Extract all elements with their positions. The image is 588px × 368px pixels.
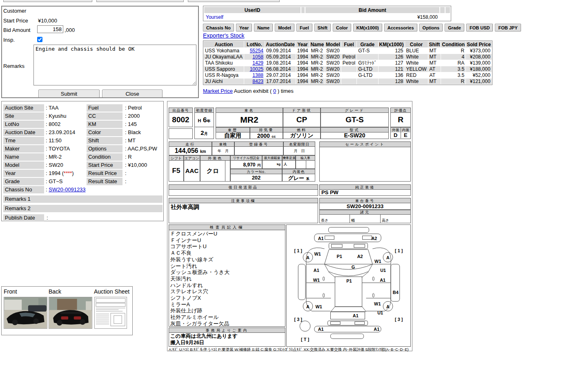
inspector-note: ステレオレス穴 [170,288,229,295]
sheet-door-value: CP [283,113,320,126]
history-col-header: Grade [357,41,378,47]
sheet-office-box: 事務局よりご案内 この車両は北九州にあります搬入日9月26日 [169,328,285,347]
history-cell-shift: MT [428,54,441,60]
chassis-no-link[interactable]: SW20-0091233 [49,186,85,193]
top-button-1[interactable] [3,0,92,2]
bidder-name[interactable]: Yourself [204,14,301,20]
auction-sheet-thumbnail[interactable] [94,297,127,329]
bid-amount-input[interactable] [37,25,63,33]
sheet-grade-value: GT-S [321,113,388,126]
history-cell-condition: R [441,79,466,84]
detail-value: : 2000 [125,112,140,120]
bid-row-spacer-2 [440,14,445,20]
close-button[interactable]: Close [102,90,163,98]
lot-link[interactable]: 1429 [252,60,263,66]
filter-button-shift[interactable]: Shift [314,24,331,31]
history-cell-color: White [405,60,428,66]
top-button-3[interactable] [188,0,280,2]
sheet-lot-empty-box [169,128,193,139]
sheet-ext-color-header: 外装色 [200,156,230,161]
filter-button-options[interactable]: Options [419,24,443,31]
top-button-2[interactable] [96,0,184,2]
filter-button-fob-jpy[interactable]: FOB JPY [495,24,521,31]
history-cell-lot: 8423 [244,79,265,84]
detail-label: Auction Site [3,104,44,112]
detail-value: : R [125,153,132,161]
history-cell-shift: AT [428,66,441,72]
filter-button-color[interactable]: Color [333,24,351,31]
detail-row: Grade: GT~S [3,178,83,185]
lot-link[interactable]: 10025 [250,66,263,72]
detail-value: : 8002 [46,121,60,128]
sheet-later-parts-header: 後日発送部品 [169,185,318,190]
filter-button-fob-usd[interactable]: FOB USD [466,24,493,31]
sheet-first-reg-box: 初度登録 H 6年 2月 [194,108,214,139]
spacer-header-2 [440,7,445,13]
filter-button-chassis-no[interactable]: Chassis No [203,24,234,31]
back-photo[interactable] [49,297,92,329]
lot-link[interactable]: 1058 [252,54,263,60]
userid-header: UserID [204,7,301,13]
history-cell-shift: MT [428,48,441,54]
history-col-header: Year [296,41,310,47]
lot-link[interactable]: 8423 [252,79,263,84]
inspector-note: 灰皿・シガライター欠品 [170,321,229,327]
diagram-label: U1 [377,310,383,315]
filter-button-grade[interactable]: Grade [445,24,464,31]
lot-link[interactable]: 1388 [252,72,263,78]
front-photo[interactable] [4,297,47,329]
history-cell-fuel [341,79,356,84]
history-cell-fuel [341,72,356,78]
detail-row: Model: SW20 [3,162,83,169]
history-cell-km: 125 [379,48,405,54]
sheet-score-header: 評価点 [391,108,410,113]
sheet-capacity-unit: 人 [283,161,295,168]
history-cell-name: MR-2 [310,60,325,66]
exhibit-text-prefix: Auction exhibit ( [233,88,273,94]
history-cell-price: ¥139,000 [466,60,492,66]
sheet-displacement-box: 排気量 2000 cc [250,127,283,139]
filter-buttons-row: Chassis NoYearNameModelFuelShiftColorKM(… [203,24,521,31]
submit-button[interactable]: Submit [38,90,100,98]
history-row: USS Yokohama5525409.09.20141994MR-2SW20G… [204,48,492,54]
bids-table: UserID Bid Amount Yourself ¥158,000 [203,6,451,21]
history-col-header: Fuel [341,41,356,47]
history-cell-model: SW20 [325,48,341,54]
filter-button-km-x1000-[interactable]: KM(x1000) [353,24,382,31]
filter-button-year[interactable]: Year [236,24,252,31]
sheet-grade-header: グレード [321,108,388,113]
history-cell-lot: 55254 [244,48,265,54]
detail-value: : AAC,PS,PW [125,145,157,153]
remarks-textarea[interactable]: Engine and chassis should be OK [33,45,196,85]
history-cell-fuel: Petrol [341,60,356,66]
history-col-header: Sold Price [466,41,492,47]
exporters-stock-link[interactable]: Exporter's Stock [203,32,245,39]
insp-checkbox[interactable] [37,37,42,42]
detail-label: KM [87,121,122,128]
sheet-inspector-header: 検査員記入欄 [169,225,285,230]
filter-button-model[interactable]: Model [275,24,294,31]
history-cell-auction: USS Yokohama [204,48,244,54]
inspector-note: シート汚れ [170,263,229,269]
history-cell-model: SW20 [325,54,341,60]
lot-link[interactable]: 55254 [250,48,263,54]
sheet-ext-header: 外装 [391,128,401,132]
sheet-recycle-value: 8,970 [243,162,256,168]
market-price-link[interactable]: Market Price [203,88,233,94]
diagram-label: [ 1 ] [294,248,303,253]
filter-button-accessories[interactable]: Accessories [384,24,417,31]
sheet-chassis-box: 車台番号 SW20-0091233 [319,198,411,210]
inspector-note: 社外アルミホイール [170,314,229,321]
diagram-label: B4 [393,290,399,295]
sheet-maxload-box: 最大積載量 kg [262,155,282,169]
filter-button-fuel[interactable]: Fuel [296,24,312,31]
history-cell-lot: 1058 [244,54,265,60]
history-cell-auction: JU Aichi [204,79,244,84]
auction-sheet: 出品番号 8002 初度登録 H 6年 2月 車名 MR2 車歴 自家用 排気量… [167,101,412,351]
sheet-first-reg-year-unit: 年 [207,119,210,123]
sheet-chassis-value: SW20-0091233 [320,203,410,209]
sheet-shaken-value: 年 月 [212,147,234,155]
history-cell-grade: Gﾘﾐﾃｯﾄﾞ [357,60,378,66]
history-cell-color: BLUE [405,48,428,54]
filter-button-name[interactable]: Name [254,24,273,31]
